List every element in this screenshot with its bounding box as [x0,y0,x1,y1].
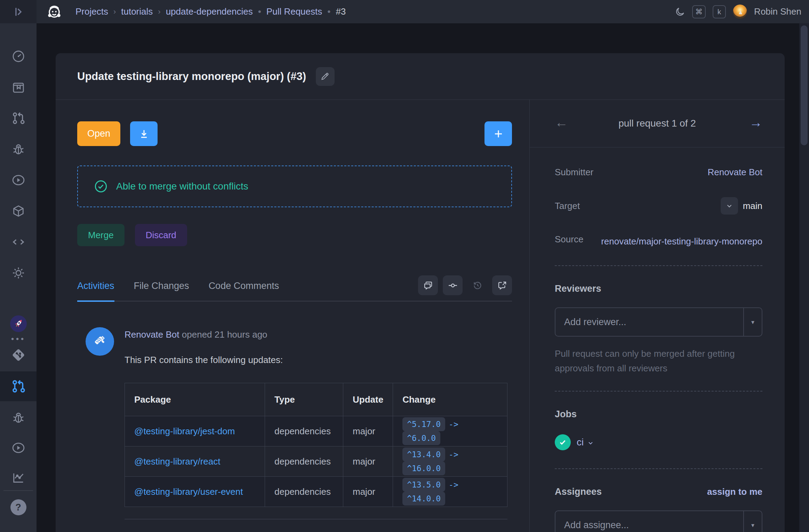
job-ci-link[interactable]: ci [577,437,594,448]
submitter-link[interactable]: Renovate Bot [707,167,762,178]
sidebar-item-settings[interactable] [11,266,25,280]
package-link[interactable]: @testing-library/react [134,456,220,467]
breadcrumb-pull-requests[interactable]: Pull Requests [266,6,322,17]
edit-title-button[interactable] [316,67,335,86]
sidebar-item-stats[interactable] [11,471,25,485]
breadcrumb-projects[interactable]: Projects [75,6,108,17]
sidebar-item-pull-requests[interactable] [11,111,25,125]
next-pr-arrow-icon[interactable]: → [749,115,762,130]
version-to: ^14.0.0 [402,492,445,506]
comment-divider [125,519,507,519]
pr-title-bar: Update testing-library monorepo (major) … [56,53,785,100]
sidebar-item-builds[interactable] [11,173,25,187]
topbar: Projects › tutorials › update-dependenci… [0,0,809,23]
show-commits-button[interactable] [443,275,463,295]
comment-timestamp: opened 21 hours ago [179,329,267,340]
app-logo-icon[interactable] [46,3,63,21]
source-label: Source [555,234,583,245]
chart-icon [11,471,25,485]
version-from: ^13.5.0 [402,478,445,492]
source-branch-link[interactable]: renovate/major-testing-library-monorepo [599,234,762,249]
external-comment-icon [497,280,507,291]
tab-toolbar [418,275,512,295]
sidebar-item-git[interactable] [11,348,26,362]
page-scrollbar[interactable] [799,23,809,532]
user-avatar[interactable] [733,5,747,19]
select-dropdown-icon[interactable]: ▼ [743,511,762,532]
chevron-down-icon [726,202,733,210]
sidebar-item-project-issues[interactable] [11,411,25,425]
dark-mode-toggle-icon[interactable] [675,7,685,17]
collapse-sidebar-icon [13,6,24,18]
select-dropdown-icon[interactable]: ▼ [743,308,762,336]
assignees-heading-row: Assignees assign to me [555,486,762,497]
package-icon [11,204,25,218]
bug-icon [11,411,25,425]
table-header-row: Package Type Update Change [125,383,507,416]
user-name[interactable]: Robin Shen [754,6,801,17]
target-branch-dropdown[interactable] [721,197,738,215]
assign-to-me-link[interactable]: assign to me [707,486,762,497]
reviewers-help-text: Pull request can only be merged after ge… [555,346,762,376]
git-icon [11,348,26,362]
sidebar-item-repository[interactable] [11,80,25,94]
sidebar-item-packages[interactable] [11,204,25,218]
topbar-actions: ⌘ k Robin Shen [675,5,809,19]
breadcrumb-pr-number: #3 [336,6,346,17]
shortcut-k-key: k [713,5,726,18]
previous-pr-arrow-icon[interactable]: ← [555,115,568,130]
merge-status-text: Able to merge without conflicts [116,181,248,192]
sidebar-collapse-button[interactable] [0,0,37,23]
package-link[interactable]: @testing-library/user-event [134,486,243,497]
paint-roller-icon [91,332,109,350]
rocket-icon [13,318,24,330]
tab-file-changes[interactable]: File Changes [134,281,189,302]
activity-comment: Renovate Bot opened 21 hours ago This PR… [77,327,512,519]
table-row: @testing-library/jest-dom dependencies m… [125,416,507,446]
add-comment-button[interactable] [484,121,512,146]
target-row: Target main [555,197,762,215]
sidebar-item-dashboard[interactable] [11,49,25,63]
sidebar-item-issues[interactable] [11,142,25,156]
sidebar-item-project-builds[interactable] [11,441,25,455]
avatar-sailboat [739,10,742,14]
open-comment-external-button[interactable] [492,275,512,295]
submitter-label: Submitter [555,167,593,178]
pr-main-column: Open Able to merge [56,100,529,532]
comment-author-link[interactable]: Renovate Bot [125,329,179,340]
version-to: ^6.0.0 [402,431,440,445]
breadcrumb-project[interactable]: update-dependencies [166,6,253,17]
add-reviewer-select[interactable]: Add reviewer... ▼ [555,307,762,337]
download-icon [138,128,150,139]
column-header-type: Type [265,383,343,416]
version-to: ^16.0.0 [402,461,445,475]
project-avatar[interactable] [10,315,27,332]
add-assignee-select[interactable]: Add assignee... ▼ [555,510,762,532]
history-button[interactable] [467,275,487,295]
pull-request-icon [11,379,26,394]
sidebar-item-code[interactable] [11,235,25,249]
pr-tabs: Activities File Changes Code Comments [77,275,512,301]
renovate-bot-avatar[interactable] [86,327,114,356]
more-icon[interactable]: ●●● [11,336,25,341]
merge-actions: Merge Discard [77,224,512,246]
breadcrumb-tutorials[interactable]: tutorials [121,6,153,17]
breadcrumb-dot-icon: • [258,6,261,17]
help-icon[interactable]: ? [10,499,26,515]
scrollbar-thumb[interactable] [801,25,808,145]
chevron-down-icon[interactable] [587,440,594,446]
sidebar-item-pull-requests-active[interactable] [0,371,37,401]
change-cell: ^13.4.0->^16.0.0 [393,446,507,477]
show-comments-button[interactable] [418,275,438,295]
discard-button[interactable]: Discard [135,224,187,246]
gauge-icon [11,49,25,63]
column-header-package: Package [125,383,265,416]
tab-code-comments[interactable]: Code Comments [209,281,279,302]
tab-activities[interactable]: Activities [77,281,114,302]
download-patch-button[interactable] [130,121,158,146]
type-cell: dependencies [265,416,343,446]
merge-button[interactable]: Merge [77,224,125,246]
package-link[interactable]: @testing-library/jest-dom [134,426,235,436]
breadcrumb-dot-icon: • [327,6,330,17]
pull-request-icon [11,111,25,125]
